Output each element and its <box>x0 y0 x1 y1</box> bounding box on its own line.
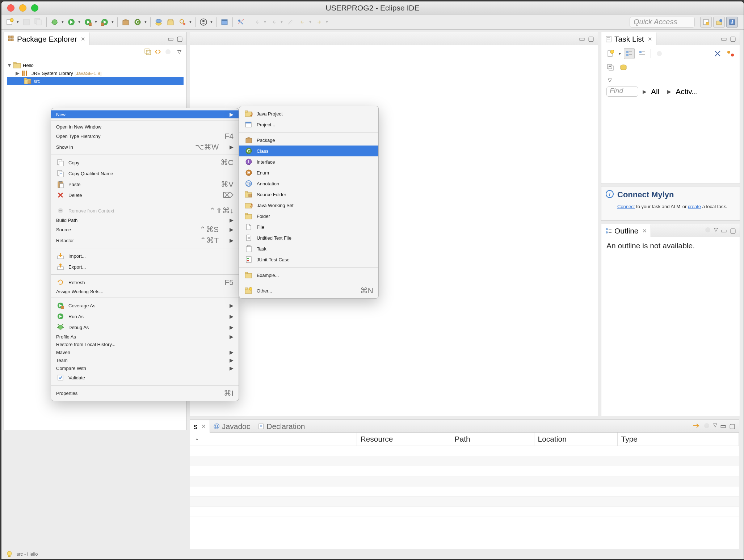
task-list-tab[interactable]: Task List ✕ <box>601 32 656 45</box>
quick-access-input[interactable]: Quick Access <box>630 17 695 28</box>
close-tab-icon[interactable]: ✕ <box>81 36 85 42</box>
menu-item-build-path[interactable]: Build Path▶ <box>51 216 239 224</box>
submenu-other[interactable]: Other...⌘N <box>239 285 378 296</box>
submenu-source-folder[interactable]: Source Folder <box>239 189 378 200</box>
open-type-icon[interactable] <box>153 17 164 28</box>
connect-link[interactable]: Connect <box>617 204 635 209</box>
disclosure-triangle-icon[interactable]: ▼ <box>7 62 12 68</box>
disclosure-triangle-icon[interactable]: ▶ <box>16 70 21 76</box>
dropdown-arrow-icon[interactable]: ▼ <box>77 20 81 24</box>
view-menu-icon[interactable]: ▽ <box>608 77 612 83</box>
lightbulb-icon[interactable] <box>6 551 13 558</box>
minimize-view-icon[interactable]: ▭ <box>168 35 174 43</box>
dropdown-arrow-icon[interactable]: ▼ <box>94 20 98 24</box>
collapse-all-icon[interactable] <box>605 62 616 73</box>
resource-perspective-button[interactable] <box>713 17 725 28</box>
maximize-view-icon[interactable]: ▢ <box>177 35 183 43</box>
dropdown-arrow-icon[interactable]: ▼ <box>209 20 214 24</box>
search-icon[interactable] <box>177 17 188 28</box>
minimize-view-icon[interactable]: ▭ <box>721 35 727 43</box>
new-task-icon[interactable] <box>605 48 616 59</box>
table-row[interactable] <box>190 466 739 476</box>
submenu-interface[interactable]: IInterface <box>239 156 378 167</box>
hide-icon[interactable] <box>712 48 723 59</box>
submenu-java-working-set[interactable]: JJava Working Set <box>239 200 378 211</box>
java-perspective-button[interactable]: J <box>726 17 738 28</box>
menu-item-restore-history[interactable]: Restore from Local History... <box>51 341 239 348</box>
open-perspective-button[interactable] <box>700 17 712 28</box>
menu-item-maven[interactable]: Maven▶ <box>51 348 239 356</box>
column-resource[interactable]: Resource <box>357 433 451 446</box>
minimize-view-icon[interactable]: ▭ <box>720 422 726 430</box>
menu-item-validate[interactable]: Validate <box>51 372 239 383</box>
menu-item-run-as[interactable]: Run As▶ <box>51 311 239 322</box>
submenu-annotation[interactable]: @Annotation <box>239 178 378 189</box>
submenu-example[interactable]: Example... <box>239 270 378 281</box>
all-link[interactable]: All <box>651 87 659 96</box>
submenu-task[interactable]: Task <box>239 243 378 254</box>
minimize-view-icon[interactable]: ▭ <box>721 227 727 235</box>
categorized-icon[interactable] <box>624 48 635 59</box>
dropdown-arrow-icon[interactable]: ▼ <box>263 20 267 24</box>
coverage-icon[interactable] <box>83 17 93 28</box>
dropdown-arrow-icon[interactable]: ▼ <box>279 20 284 24</box>
menu-item-copy[interactable]: Copy⌘C <box>51 157 239 168</box>
menu-item-team[interactable]: Team▶ <box>51 356 239 364</box>
run-last-icon[interactable] <box>99 17 110 28</box>
create-link[interactable]: create <box>688 204 701 209</box>
project-node[interactable]: ▼ Hello <box>7 61 184 69</box>
maximize-view-icon[interactable]: ▢ <box>730 227 736 235</box>
focus-task-icon[interactable] <box>705 227 711 235</box>
menu-item-assign-working-sets[interactable]: Assign Working Sets... <box>51 288 239 295</box>
jre-library-node[interactable]: ▶ JRE System Library [JavaSE-1.8] <box>7 69 184 77</box>
minimize-window-button[interactable] <box>19 4 26 12</box>
submenu-untitled[interactable]: Untitled Text File <box>239 232 378 243</box>
column-description[interactable]: ^ <box>190 433 357 446</box>
dropdown-arrow-icon[interactable]: ▼ <box>110 20 115 24</box>
problems-tab[interactable]: s ✕ <box>190 420 210 433</box>
save-all-icon[interactable] <box>33 17 44 28</box>
table-row[interactable] <box>190 487 739 497</box>
new-package-icon[interactable] <box>120 17 131 28</box>
dropdown-arrow-icon[interactable]: ▼ <box>143 20 148 24</box>
prev-annotation-icon[interactable] <box>252 17 262 28</box>
focus-icon[interactable] <box>692 422 700 430</box>
next-edit-icon[interactable] <box>268 17 279 28</box>
forward-icon[interactable] <box>314 17 324 28</box>
scheduled-icon[interactable] <box>637 48 648 59</box>
declaration-tab[interactable]: Declaration <box>254 420 309 433</box>
menu-item-show-in[interactable]: Show In⌥⌘W▶ <box>51 142 239 152</box>
save-icon[interactable] <box>21 17 32 28</box>
dropdown-arrow-icon[interactable]: ▼ <box>60 20 65 24</box>
column-path[interactable]: Path <box>451 433 534 446</box>
submenu-package[interactable]: Package <box>239 135 378 146</box>
table-row[interactable] <box>190 507 739 517</box>
view-menu-icon[interactable]: ▽ <box>714 227 718 235</box>
menu-item-paste[interactable]: Paste⌘V <box>51 179 239 190</box>
submenu-enum[interactable]: EEnum <box>239 167 378 178</box>
menu-item-delete[interactable]: Delete⌦ <box>51 190 239 201</box>
menu-item-copy-qualified[interactable]: Copy Qualified Name <box>51 168 239 179</box>
filter-icon[interactable] <box>703 422 710 430</box>
column-location[interactable]: Location <box>534 433 617 446</box>
last-edit-icon[interactable] <box>285 17 296 28</box>
sync-icon[interactable] <box>725 48 736 59</box>
activate-link[interactable]: Activ... <box>676 87 698 96</box>
find-input[interactable]: Find <box>606 87 638 97</box>
close-window-button[interactable] <box>7 4 14 12</box>
menu-item-refactor[interactable]: Refactor⌃⌘T▶ <box>51 235 239 246</box>
menu-item-debug-as[interactable]: Debug As▶ <box>51 322 239 333</box>
menu-item-source[interactable]: Source⌃⌘S▶ <box>51 224 239 235</box>
new-class-icon[interactable]: C <box>132 17 143 28</box>
submenu-java-project[interactable]: JJava Project <box>239 108 378 119</box>
toggle-breadcrumb-icon[interactable] <box>235 17 246 28</box>
minimize-editor-icon[interactable]: ▭ <box>579 35 585 43</box>
zoom-window-button[interactable] <box>31 4 38 12</box>
sync-repo-icon[interactable] <box>618 62 629 73</box>
close-tab-icon[interactable]: ✕ <box>642 228 647 234</box>
dropdown-arrow-icon[interactable]: ▼ <box>188 20 193 24</box>
submenu-class[interactable]: CClass <box>239 146 378 156</box>
view-menu-icon[interactable]: ▽ <box>713 422 717 430</box>
back-icon[interactable] <box>297 17 308 28</box>
menu-item-import[interactable]: Import... <box>51 250 239 261</box>
